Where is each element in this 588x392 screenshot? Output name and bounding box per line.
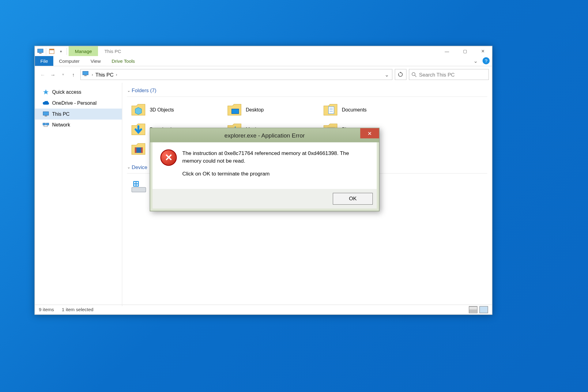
status-selected-count: 1 item selected — [62, 307, 93, 312]
folder-desktop[interactable]: Desktop — [223, 100, 319, 119]
svg-rect-28 — [134, 182, 136, 183]
qat-dropdown-icon[interactable]: ▾ — [58, 48, 65, 55]
window-title-tab[interactable]: This PC — [98, 46, 127, 56]
this-pc-icon — [37, 48, 44, 55]
error-message-line2: Click on OK to terminate the program — [182, 170, 369, 178]
close-button[interactable]: ✕ — [474, 46, 492, 56]
details-view-button[interactable] — [469, 306, 477, 313]
address-bar[interactable]: › This PC › ⌄ — [80, 69, 392, 80]
sidebar-item-network[interactable]: Network — [35, 119, 122, 130]
dialog-close-button[interactable]: ✕ — [360, 128, 379, 138]
this-pc-icon — [82, 71, 89, 78]
status-bar: 9 items 1 item selected — [35, 305, 492, 315]
tab-computer[interactable]: Computer — [54, 56, 85, 66]
svg-rect-26 — [132, 187, 146, 192]
tab-file[interactable]: File — [35, 56, 54, 66]
svg-rect-0 — [38, 49, 43, 52]
network-icon — [43, 122, 49, 128]
context-tab-manage[interactable]: Manage — [69, 46, 98, 56]
folder-documents[interactable]: Documents — [319, 100, 415, 119]
navigation-bar: ← → ▾ ↑ › This PC › ⌄ Search This PC — [35, 66, 492, 83]
search-placeholder: Search This PC — [419, 72, 454, 77]
separator — [67, 48, 67, 55]
refresh-button[interactable] — [395, 69, 406, 80]
status-item-count: 9 items — [39, 307, 54, 312]
svg-rect-30 — [134, 184, 136, 186]
ok-button[interactable]: OK — [333, 193, 373, 204]
minimize-button[interactable]: — — [438, 46, 456, 56]
quick-access-toolbar: ▾ — [35, 46, 69, 56]
svg-rect-10 — [43, 123, 46, 125]
sidebar-item-onedrive[interactable]: OneDrive - Personal — [35, 98, 122, 109]
sidebar-item-label: This PC — [52, 111, 70, 117]
svg-rect-3 — [49, 49, 54, 50]
help-icon[interactable]: ? — [483, 57, 490, 64]
cloud-icon — [43, 100, 49, 106]
large-icons-view-button[interactable] — [479, 306, 488, 313]
svg-rect-15 — [232, 109, 239, 114]
forward-button[interactable]: → — [48, 70, 58, 79]
search-icon — [412, 72, 417, 77]
svg-rect-31 — [136, 184, 138, 186]
svg-rect-9 — [45, 116, 47, 117]
address-dropdown-icon[interactable]: ⌄ — [383, 72, 390, 77]
crumb-arrow-icon[interactable]: › — [91, 72, 94, 77]
folder-icon — [131, 142, 146, 156]
svg-rect-25 — [141, 147, 143, 153]
svg-rect-16 — [329, 107, 334, 114]
separator — [46, 48, 46, 55]
dialog-title-bar[interactable]: explorer.exe - Application Error ✕ — [150, 128, 379, 142]
folder-icon — [131, 123, 146, 136]
section-header-folders[interactable]: ⌄ Folders (7) — [127, 86, 487, 97]
drive-icon — [131, 180, 147, 194]
tab-view[interactable]: View — [85, 56, 106, 66]
section-header-label: Device — [132, 164, 147, 170]
svg-rect-11 — [46, 123, 49, 125]
sidebar-item-label: Network — [52, 122, 70, 128]
sidebar-item-label: OneDrive - Personal — [52, 100, 96, 106]
sidebar-item-quick-access[interactable]: Quick access — [35, 87, 122, 98]
back-button[interactable]: ← — [38, 70, 47, 79]
properties-icon[interactable] — [48, 48, 55, 55]
folder-icon — [227, 103, 242, 117]
folder-icon — [323, 103, 338, 117]
folder-label: Documents — [342, 107, 367, 112]
error-dialog: explorer.exe - Application Error ✕ ✕ The… — [150, 128, 379, 211]
folder-label: 3D Objects — [150, 107, 174, 112]
svg-rect-1 — [39, 53, 42, 54]
maximize-button[interactable]: ▢ — [456, 46, 474, 56]
ribbon-expand-icon[interactable]: ⌄ — [471, 56, 480, 66]
svg-line-7 — [415, 75, 416, 77]
sidebar-item-this-pc[interactable]: This PC — [35, 109, 122, 120]
chevron-down-icon: ⌄ — [127, 88, 130, 92]
crumb-arrow-icon[interactable]: › — [115, 72, 118, 77]
folder-label: Desktop — [246, 107, 264, 112]
ribbon-tabs: File Computer View Drive Tools ⌄ ? — [35, 56, 492, 66]
breadcrumb-this-pc[interactable]: This PC — [94, 72, 115, 77]
error-message-line1: The instruction at 0xe8c71764 referenced… — [182, 149, 369, 165]
this-pc-icon — [43, 111, 49, 117]
up-button[interactable]: ↑ — [69, 70, 78, 79]
folder-3d-objects[interactable]: 3D Objects — [127, 100, 223, 119]
svg-rect-8 — [43, 112, 49, 115]
folder-icon — [131, 103, 146, 117]
window-controls: — ▢ ✕ — [438, 46, 492, 56]
navigation-pane: Quick access OneDrive - Personal This PC… — [35, 83, 122, 306]
svg-rect-5 — [84, 75, 87, 76]
svg-rect-24 — [135, 147, 136, 153]
dialog-body: ✕ The instruction at 0xe8c71764 referenc… — [153, 142, 377, 189]
svg-point-6 — [412, 72, 415, 75]
dialog-footer: OK — [153, 189, 377, 209]
error-icon: ✕ — [160, 149, 177, 166]
title-bar: ▾ Manage This PC — ▢ ✕ — [35, 46, 492, 56]
tab-drive-tools[interactable]: Drive Tools — [106, 56, 141, 66]
dialog-message: The instruction at 0xe8c71764 referenced… — [182, 149, 369, 183]
chevron-down-icon: ⌄ — [127, 165, 130, 169]
star-icon — [43, 89, 49, 95]
search-input[interactable]: Search This PC — [409, 69, 489, 80]
svg-rect-29 — [136, 182, 138, 183]
dialog-title: explorer.exe - Application Error — [224, 132, 305, 139]
section-header-label: Folders (7) — [132, 87, 156, 93]
sidebar-item-label: Quick access — [52, 89, 81, 95]
recent-locations-icon[interactable]: ▾ — [58, 70, 68, 79]
